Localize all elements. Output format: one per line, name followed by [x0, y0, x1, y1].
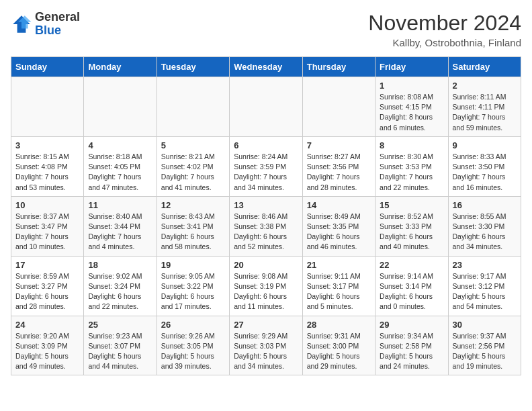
header-cell-friday: Friday: [375, 57, 448, 77]
day-cell: 14Sunrise: 8:49 AM Sunset: 3:35 PM Dayli…: [302, 196, 375, 256]
day-number: 14: [307, 200, 371, 210]
header-cell-saturday: Saturday: [448, 57, 521, 77]
day-cell: 29Sunrise: 9:34 AM Sunset: 2:58 PM Dayli…: [375, 316, 448, 375]
day-cell: 11Sunrise: 8:40 AM Sunset: 3:44 PM Dayli…: [84, 196, 157, 256]
day-info: Sunrise: 9:14 AM Sunset: 3:14 PM Dayligh…: [380, 271, 443, 312]
week-row-2: 3Sunrise: 8:15 AM Sunset: 4:08 PM Daylig…: [11, 136, 521, 196]
day-number: 11: [88, 200, 152, 210]
day-info: Sunrise: 9:31 AM Sunset: 3:00 PM Dayligh…: [307, 331, 371, 372]
day-number: 1: [380, 81, 443, 91]
day-cell: 20Sunrise: 9:08 AM Sunset: 3:19 PM Dayli…: [230, 256, 302, 316]
header-cell-monday: Monday: [84, 57, 157, 77]
day-cell: 19Sunrise: 9:05 AM Sunset: 3:22 PM Dayli…: [157, 256, 229, 316]
logo-blue: Blue: [35, 24, 80, 38]
logo-icon: [11, 13, 32, 35]
day-info: Sunrise: 8:27 AM Sunset: 3:56 PM Dayligh…: [307, 152, 371, 193]
day-info: Sunrise: 9:26 AM Sunset: 3:05 PM Dayligh…: [161, 331, 225, 372]
day-cell: 6Sunrise: 8:24 AM Sunset: 3:59 PM Daylig…: [230, 136, 302, 196]
day-cell: 18Sunrise: 9:02 AM Sunset: 3:24 PM Dayli…: [84, 256, 157, 316]
day-number: 13: [234, 200, 298, 210]
day-cell: 2Sunrise: 8:11 AM Sunset: 4:11 PM Daylig…: [448, 77, 521, 137]
day-cell: 12Sunrise: 8:43 AM Sunset: 3:41 PM Dayli…: [157, 196, 229, 256]
day-cell: 16Sunrise: 8:55 AM Sunset: 3:30 PM Dayli…: [448, 196, 521, 256]
header-cell-wednesday: Wednesday: [230, 57, 302, 77]
day-info: Sunrise: 9:05 AM Sunset: 3:22 PM Dayligh…: [161, 271, 225, 312]
day-info: Sunrise: 9:20 AM Sunset: 3:09 PM Dayligh…: [15, 331, 79, 372]
day-info: Sunrise: 8:08 AM Sunset: 4:15 PM Dayligh…: [380, 92, 443, 133]
day-info: Sunrise: 9:08 AM Sunset: 3:19 PM Dayligh…: [234, 271, 298, 312]
day-info: Sunrise: 8:18 AM Sunset: 4:05 PM Dayligh…: [88, 152, 152, 193]
day-number: 2: [453, 81, 517, 91]
day-info: Sunrise: 8:46 AM Sunset: 3:38 PM Dayligh…: [234, 212, 298, 253]
day-number: 8: [380, 140, 443, 150]
day-info: Sunrise: 8:59 AM Sunset: 3:27 PM Dayligh…: [15, 271, 79, 312]
day-cell: [84, 77, 157, 137]
day-cell: 30Sunrise: 9:37 AM Sunset: 2:56 PM Dayli…: [448, 316, 521, 375]
day-number: 26: [161, 320, 225, 330]
day-cell: 1Sunrise: 8:08 AM Sunset: 4:15 PM Daylig…: [375, 77, 448, 137]
day-info: Sunrise: 8:11 AM Sunset: 4:11 PM Dayligh…: [453, 92, 517, 133]
day-cell: 21Sunrise: 9:11 AM Sunset: 3:17 PM Dayli…: [302, 256, 375, 316]
day-number: 20: [234, 260, 298, 270]
day-number: 29: [380, 320, 443, 330]
day-cell: 23Sunrise: 9:17 AM Sunset: 3:12 PM Dayli…: [448, 256, 521, 316]
day-info: Sunrise: 8:37 AM Sunset: 3:47 PM Dayligh…: [15, 212, 79, 253]
day-number: 28: [307, 320, 371, 330]
day-cell: 27Sunrise: 9:29 AM Sunset: 3:03 PM Dayli…: [230, 316, 302, 375]
day-number: 9: [453, 140, 517, 150]
header-cell-tuesday: Tuesday: [157, 57, 229, 77]
day-number: 25: [88, 320, 152, 330]
day-number: 12: [161, 200, 225, 210]
logo-general: General: [35, 11, 80, 24]
day-info: Sunrise: 9:17 AM Sunset: 3:12 PM Dayligh…: [453, 271, 517, 312]
day-cell: [302, 77, 375, 137]
day-cell: 28Sunrise: 9:31 AM Sunset: 3:00 PM Dayli…: [302, 316, 375, 375]
day-number: 4: [88, 140, 152, 150]
day-info: Sunrise: 9:29 AM Sunset: 3:03 PM Dayligh…: [234, 331, 298, 372]
day-number: 30: [453, 320, 517, 330]
day-cell: 24Sunrise: 9:20 AM Sunset: 3:09 PM Dayli…: [11, 316, 84, 375]
day-cell: 5Sunrise: 8:21 AM Sunset: 4:02 PM Daylig…: [157, 136, 229, 196]
day-cell: 4Sunrise: 8:18 AM Sunset: 4:05 PM Daylig…: [84, 136, 157, 196]
day-info: Sunrise: 8:15 AM Sunset: 4:08 PM Dayligh…: [15, 152, 79, 193]
day-info: Sunrise: 8:33 AM Sunset: 3:50 PM Dayligh…: [453, 152, 517, 193]
day-info: Sunrise: 8:40 AM Sunset: 3:44 PM Dayligh…: [88, 212, 152, 253]
week-row-1: 1Sunrise: 8:08 AM Sunset: 4:15 PM Daylig…: [11, 77, 521, 137]
day-number: 18: [88, 260, 152, 270]
week-row-5: 24Sunrise: 9:20 AM Sunset: 3:09 PM Dayli…: [11, 316, 521, 375]
month-title: November 2024: [368, 11, 521, 36]
day-cell: 22Sunrise: 9:14 AM Sunset: 3:14 PM Dayli…: [375, 256, 448, 316]
day-number: 27: [234, 320, 298, 330]
day-info: Sunrise: 8:55 AM Sunset: 3:30 PM Dayligh…: [453, 212, 517, 253]
title-area: November 2024 Kallby, Ostrobothnia, Finl…: [368, 11, 521, 48]
logo: General Blue: [11, 11, 80, 38]
day-number: 3: [15, 140, 79, 150]
day-number: 10: [15, 200, 79, 210]
day-cell: [157, 77, 229, 137]
day-number: 19: [161, 260, 225, 270]
day-info: Sunrise: 9:02 AM Sunset: 3:24 PM Dayligh…: [88, 271, 152, 312]
day-cell: 7Sunrise: 8:27 AM Sunset: 3:56 PM Daylig…: [302, 136, 375, 196]
day-cell: 9Sunrise: 8:33 AM Sunset: 3:50 PM Daylig…: [448, 136, 521, 196]
day-cell: [230, 77, 302, 137]
day-number: 6: [234, 140, 298, 150]
day-cell: 8Sunrise: 8:30 AM Sunset: 3:53 PM Daylig…: [375, 136, 448, 196]
day-info: Sunrise: 9:11 AM Sunset: 3:17 PM Dayligh…: [307, 271, 371, 312]
day-info: Sunrise: 8:43 AM Sunset: 3:41 PM Dayligh…: [161, 212, 225, 253]
day-cell: 17Sunrise: 8:59 AM Sunset: 3:27 PM Dayli…: [11, 256, 84, 316]
day-cell: [11, 77, 84, 137]
day-cell: 13Sunrise: 8:46 AM Sunset: 3:38 PM Dayli…: [230, 196, 302, 256]
header-row: SundayMondayTuesdayWednesdayThursdayFrid…: [11, 57, 521, 77]
week-row-3: 10Sunrise: 8:37 AM Sunset: 3:47 PM Dayli…: [11, 196, 521, 256]
day-number: 21: [307, 260, 371, 270]
day-cell: 3Sunrise: 8:15 AM Sunset: 4:08 PM Daylig…: [11, 136, 84, 196]
day-number: 5: [161, 140, 225, 150]
day-info: Sunrise: 8:24 AM Sunset: 3:59 PM Dayligh…: [234, 152, 298, 193]
day-info: Sunrise: 8:49 AM Sunset: 3:35 PM Dayligh…: [307, 212, 371, 253]
day-number: 24: [15, 320, 79, 330]
day-number: 16: [453, 200, 517, 210]
day-cell: 15Sunrise: 8:52 AM Sunset: 3:33 PM Dayli…: [375, 196, 448, 256]
header: General Blue November 2024 Kallby, Ostro…: [11, 11, 521, 48]
calendar-table: SundayMondayTuesdayWednesdayThursdayFrid…: [11, 56, 521, 375]
header-cell-sunday: Sunday: [11, 57, 84, 77]
